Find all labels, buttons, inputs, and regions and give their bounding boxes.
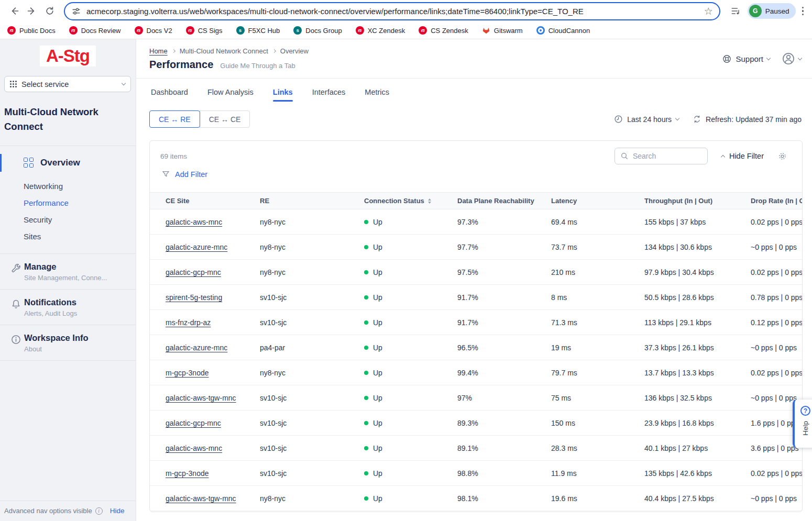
breadcrumb-item: Multi-Cloud Network Connect [180, 47, 268, 55]
bookmark-item[interactable]: CloudCannon [536, 26, 590, 35]
status-up-dot [364, 421, 368, 425]
sidebar-item-workspace-info[interactable]: Workspace InfoAbout [0, 325, 136, 360]
bookmark-item[interactable]: sDocs Group [293, 26, 342, 35]
throughput-cell: 136 kbps | 32.5 kbps [644, 394, 751, 402]
ce-site-link[interactable]: galactic-aws-mnc [166, 218, 222, 226]
table-row: spirent-5g-testingsv10-sjcUp91.7%8 ms50.… [150, 285, 803, 310]
forward-icon[interactable] [25, 4, 39, 18]
sidebar-item-performance[interactable]: Performance [0, 195, 136, 212]
search-input[interactable] [615, 148, 708, 164]
tab-interfaces[interactable]: Interfaces [312, 88, 346, 102]
reload-icon[interactable] [42, 4, 57, 18]
browser-profile-chip[interactable]: G Paused [748, 3, 796, 19]
info-icon: i [95, 507, 103, 515]
table-row: galactic-aws-mncny8-nycUp97.3%69.4 ms155… [150, 209, 803, 235]
breadcrumb-item[interactable]: Home [149, 47, 168, 55]
sidebar-item-sites[interactable]: Sites [0, 228, 136, 245]
sidebar-item-security[interactable]: Security [0, 212, 136, 228]
site-settings-icon[interactable] [71, 6, 81, 16]
bookmark-item[interactable]: f5CS Zendesk [419, 26, 468, 35]
drop-rate-cell: ~0 pps | 0 pps [751, 343, 803, 352]
sidebar-item-overview[interactable]: Overview [0, 155, 136, 171]
drop-rate-cell: 0.02 pps | 0 pps [751, 469, 803, 478]
hide-filter-button[interactable]: Hide Filter [721, 152, 764, 160]
time-range-dropdown[interactable]: Last 24 hours [614, 115, 679, 124]
ce-site-link[interactable]: galactic-aws-tgw-mnc [166, 494, 236, 503]
ce-site-link[interactable]: ms-fnz-drp-az [166, 318, 211, 327]
sort-icon[interactable] [428, 198, 431, 204]
status-text: Up [373, 369, 382, 377]
connection-status-cell: Up [364, 494, 457, 503]
throughput-cell: 37.3 kbps | 26.1 kbps [644, 343, 751, 352]
link-type-button-1[interactable]: CE ↔ CE [200, 110, 250, 128]
bookmark-item[interactable]: sF5XC Hub [236, 26, 280, 35]
latency-cell: 11.9 ms [551, 469, 644, 478]
link-type-button-0[interactable]: CE ↔ RE [149, 110, 200, 128]
side-panel-icon[interactable] [728, 4, 743, 18]
table-row: galactic-azure-mncpa4-parUp96.5%19 ms37.… [150, 335, 803, 360]
tab-links[interactable]: Links [273, 88, 293, 102]
reachability-cell: 98.8% [457, 469, 551, 478]
ce-site-link[interactable]: galactic-azure-mnc [166, 343, 227, 352]
ce-site-link[interactable]: spirent-5g-testing [166, 293, 222, 302]
bookmark-star-icon[interactable]: ☆ [704, 6, 713, 16]
f5-favicon: f5 [69, 26, 78, 35]
bookmark-item[interactable]: f5Docs Review [69, 26, 121, 35]
ce-site-link[interactable]: m-gcp-3node [166, 469, 209, 478]
gear-icon[interactable] [777, 151, 787, 161]
table-row: m-gcp-3nodesv10-sjcUp98.8%11.9 ms135 kbp… [150, 461, 803, 486]
add-filter-button[interactable]: Add Filter [161, 170, 207, 179]
page-title: Performance [149, 59, 213, 71]
tab-metrics[interactable]: Metrics [365, 88, 389, 102]
bookmark-item[interactable]: f5XC Zendesk [356, 26, 405, 35]
select-service-dropdown[interactable]: Select service [4, 76, 131, 92]
drop-rate-cell: 0.02 pps | 0 pps [751, 369, 803, 377]
connection-status-cell: Up [364, 268, 457, 276]
f5-favicon: f5 [186, 26, 194, 35]
refresh-button[interactable]: Refresh: Updated 37 min ago [693, 115, 802, 124]
ce-site-cell: m-gcp-3node [166, 369, 260, 377]
url-bar[interactable]: acmecorp.staging.volterra.us/web/workspa… [64, 2, 720, 20]
tab-dashboard[interactable]: Dashboard [151, 88, 188, 102]
bookmark-label: F5XC Hub [248, 27, 280, 35]
re-cell: sv10-sjc [260, 419, 364, 427]
hide-advanced-nav-link[interactable]: Hide [110, 507, 125, 515]
latency-cell: 19 ms [551, 343, 644, 352]
sidebar-item-notifications[interactable]: NotificationsAlerts, Audit Logs [0, 289, 136, 325]
tab-flow-analysis[interactable]: Flow Analysis [207, 88, 254, 102]
browser-toolbar: acmecorp.staging.volterra.us/web/workspa… [0, 0, 812, 22]
reachability-cell: 89.1% [457, 444, 551, 452]
column-header-connection-status[interactable]: Connection Status [364, 197, 457, 205]
bookmark-item[interactable]: f5CS Sigs [186, 26, 223, 35]
profile-avatar: G [749, 5, 762, 17]
ce-site-link[interactable]: galactic-gcp-mnc [166, 419, 221, 427]
ce-site-link[interactable]: galactic-gcp-mnc [166, 268, 221, 276]
bookmark-item[interactable]: f5Public Docs [7, 26, 56, 35]
search-field[interactable] [633, 152, 696, 160]
user-avatar-icon [782, 52, 795, 65]
sidebar-item-manage[interactable]: ManageSite Management, Conne... [0, 253, 136, 289]
ce-site-cell: ms-fnz-drp-az [166, 318, 260, 327]
re-cell: sv10-sjc [260, 469, 364, 478]
back-icon[interactable] [7, 4, 21, 18]
ce-site-link[interactable]: galactic-aws-mnc [166, 444, 222, 452]
browser-menu-icon[interactable] [799, 5, 807, 18]
breadcrumb-separator-icon [172, 49, 175, 52]
ce-site-cell: spirent-5g-testing [166, 293, 260, 302]
url-text[interactable]: acmecorp.staging.volterra.us/web/workspa… [86, 7, 704, 16]
bookmark-item[interactable]: f5Docs V2 [135, 26, 172, 35]
support-menu[interactable]: Support [722, 54, 770, 64]
ce-site-cell: galactic-aws-tgw-mnc [166, 494, 260, 503]
ce-site-link[interactable]: galactic-azure-mnc [166, 243, 227, 251]
bookmark-item[interactable]: Gitswarm [482, 26, 523, 35]
ce-site-link[interactable]: galactic-aws-tgw-mnc [166, 394, 236, 402]
bookmark-label: CS Zendesk [431, 27, 468, 35]
section-subtitle: Alerts, Audit Logs [24, 309, 136, 317]
account-menu[interactable] [782, 52, 802, 65]
status-text: Up [373, 394, 382, 402]
sidebar-item-networking[interactable]: Networking [0, 178, 136, 195]
help-widget[interactable]: ? Help [793, 400, 812, 448]
re-cell: sv10-sjc [260, 293, 364, 302]
guide-me-link[interactable]: Guide Me Through a Tab [220, 62, 295, 70]
ce-site-link[interactable]: m-gcp-3node [166, 369, 209, 377]
